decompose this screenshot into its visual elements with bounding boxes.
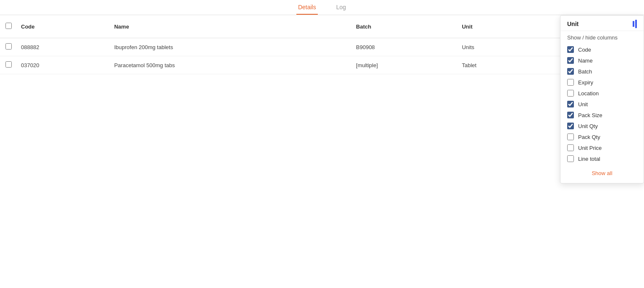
row-batch: B90908 [352,38,458,56]
checkbox-row-pack_qty[interactable]: Pack Qty [560,131,644,142]
checkbox-label-unit_price: Unit Price [578,145,602,151]
table-row: 037020 Paracetamol 500mg tabs [multiple]… [0,56,644,74]
bar2-icon [635,20,637,28]
row-checkbox-0[interactable] [5,43,12,50]
checkbox-pack_qty[interactable] [567,134,574,140]
checkbox-row-unit_qty[interactable]: Unit Qty [560,120,644,131]
checkbox-label-unit_qty: Unit Qty [578,123,598,129]
row-name: Ibuprofen 200mg tablets [110,38,352,56]
checkbox-row-line_total[interactable]: Line total [560,153,644,164]
checkbox-label-name: Name [578,58,593,64]
tab-log[interactable]: Log [335,0,348,15]
row-checkbox-1[interactable] [5,61,12,68]
row-name: Paracetamol 500mg tabs [110,56,352,74]
column-toggle-icon [633,20,637,28]
checkbox-row-code[interactable]: Code [560,44,644,55]
row-code: 088882 [17,38,110,56]
checkbox-name[interactable] [567,57,574,64]
checkbox-row-unit_price[interactable]: Unit Price [560,142,644,153]
checkbox-label-code: Code [578,47,591,53]
checkbox-label-expiry: Expiry [578,79,593,86]
column-toggle-panel: Unit Show / hide columns Code Name Batch… [560,15,644,183]
checkbox-row-pack_size[interactable]: Pack Size [560,110,644,120]
checkbox-row-unit[interactable]: Unit [560,99,644,110]
checkbox-unit[interactable] [567,101,574,107]
header-checkbox-col [0,15,17,38]
checkbox-code[interactable] [567,46,574,53]
show-hide-label: Show / hide columns [560,33,644,44]
checkbox-batch[interactable] [567,68,574,75]
row-code: 037020 [17,56,110,74]
checkbox-label-location: Location [578,90,599,97]
bar1-icon [633,21,634,27]
checkbox-row-batch[interactable]: Batch [560,66,644,77]
checkbox-line_total[interactable] [567,155,574,162]
checkbox-label-batch: Batch [578,68,592,75]
checkbox-label-pack_size: Pack Size [578,112,602,118]
tab-details[interactable]: Details [296,0,318,15]
tab-bar: Details Log [0,0,644,15]
checkbox-label-line_total: Line total [578,156,600,162]
table-row: 088882 Ibuprofen 200mg tablets B90908 Un… [0,38,644,56]
checkbox-pack_size[interactable] [567,112,574,118]
row-checkbox-cell [0,38,17,56]
checkbox-expiry[interactable] [567,79,574,86]
row-unit: Tablet [458,56,538,74]
checkbox-unit_qty[interactable] [567,123,574,129]
checkbox-label-unit: Unit [578,101,588,107]
checkbox-unit_price[interactable] [567,144,574,151]
header-unit: Unit [458,15,538,38]
row-batch: [multiple] [352,56,458,74]
row-unit: Units [458,38,538,56]
select-all-checkbox[interactable] [5,23,12,29]
items-table: Code Name Batch Unit Pack Size 088882 Ib… [0,15,644,74]
header-name: Name [110,15,352,38]
show-all-button[interactable]: Show all [560,168,644,178]
checkbox-row-expiry[interactable]: Expiry [560,77,644,88]
checkbox-label-pack_qty: Pack Qty [578,134,600,140]
table-area: Code Name Batch Unit Pack Size 088882 Ib… [0,15,644,288]
checkbox-row-name[interactable]: Name [560,55,644,66]
main-content: Code Name Batch Unit Pack Size 088882 Ib… [0,15,644,288]
header-batch: Batch [352,15,458,38]
dropdown-header: Unit [560,16,644,31]
dropdown-title: Unit [567,21,579,27]
row-checkbox-cell [0,56,17,74]
checkbox-rows-container: Code Name Batch Expiry Location Unit Pac… [560,44,644,164]
checkbox-location[interactable] [567,90,574,97]
checkbox-row-location[interactable]: Location [560,88,644,99]
header-code: Code [17,15,110,38]
